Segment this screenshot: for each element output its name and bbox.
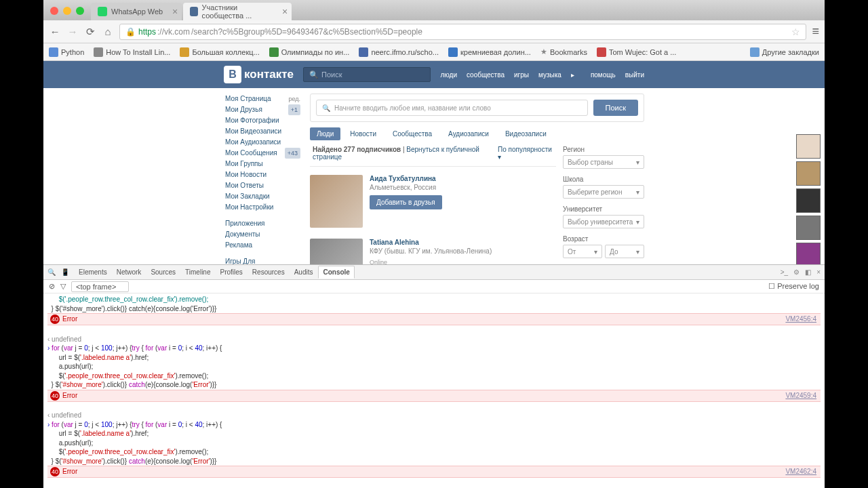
filter-label: Возраст xyxy=(563,235,644,243)
device-icon[interactable]: 📱 xyxy=(61,268,69,276)
filter-label: Регион xyxy=(563,146,644,153)
filter-label: Школа xyxy=(563,176,644,183)
sidebar-item-groups[interactable]: Мои Группы xyxy=(224,159,302,169)
search-input[interactable]: 🔍 Начните вводить любое имя, название ил… xyxy=(316,100,588,116)
console-output[interactable]: $('.people_row.three_col_row.clear_fix')… xyxy=(43,293,825,488)
avatar[interactable] xyxy=(310,175,363,228)
close-icon[interactable]: × xyxy=(816,268,821,276)
bookmark[interactable]: neerc.ifmo.ru/scho... xyxy=(359,47,439,57)
person-name[interactable]: Аида Тухбатуллина xyxy=(370,175,442,182)
tab-network[interactable]: Network xyxy=(113,266,146,278)
age-to-select[interactable]: До▾ xyxy=(605,245,644,258)
tab-vk[interactable]: Участники сообщества ... × xyxy=(183,3,292,20)
drawer-icon[interactable]: >_ xyxy=(781,268,788,276)
page-icon xyxy=(448,47,458,57)
page-icon xyxy=(359,47,368,57)
sidebar-item-friends[interactable]: Мои Друзья+1 xyxy=(224,104,302,115)
search-button[interactable]: Поиск xyxy=(593,100,638,116)
close-icon[interactable] xyxy=(50,7,58,15)
sidebar-item-bookmarks[interactable]: Мои Закладки xyxy=(224,191,302,202)
thumb[interactable] xyxy=(796,243,821,267)
university-select[interactable]: Выбор университета▾ xyxy=(563,215,644,228)
sidebar-item-answers[interactable]: Мои Ответы xyxy=(224,180,302,191)
sidebar-item-videos[interactable]: Мои Видеозаписи xyxy=(224,126,302,137)
clear-icon[interactable]: ⊘ xyxy=(49,282,55,291)
person-name[interactable]: Tatiana Alehina xyxy=(370,239,492,246)
sidebar-item-mypage[interactable]: Моя Страницаред. xyxy=(224,94,302,104)
bookmark[interactable]: Олимпиады по ин... xyxy=(269,47,350,57)
gear-icon[interactable]: ⚙ xyxy=(793,268,800,276)
region-select[interactable]: Выбор страны▾ xyxy=(563,155,644,169)
tab-elements[interactable]: Elements xyxy=(75,266,111,278)
add-friend-button[interactable]: Добавить в друзья xyxy=(370,195,442,209)
tab-people[interactable]: Люди xyxy=(310,127,340,140)
page-icon xyxy=(597,47,606,57)
lock-icon: 🔒 xyxy=(125,27,136,37)
nav-help[interactable]: помощь xyxy=(591,71,616,79)
menu-icon[interactable]: ≡ xyxy=(812,24,819,39)
forward-icon[interactable]: → xyxy=(66,26,79,38)
nav-music[interactable]: музыка xyxy=(538,71,561,79)
tab-sources[interactable]: Sources xyxy=(146,266,180,278)
bookmark[interactable]: Tom Wujec: Got a ... xyxy=(597,47,676,57)
back-icon[interactable]: ← xyxy=(49,26,61,38)
tab-timeline[interactable]: Timeline xyxy=(181,266,214,278)
tab-whatsapp[interactable]: WhatsApp Web × xyxy=(91,3,182,20)
home-icon[interactable]: ⌂ xyxy=(102,26,114,38)
bookmark[interactable]: How To Install Lin... xyxy=(94,47,170,57)
tab-audits[interactable]: Audits xyxy=(290,266,317,278)
close-icon[interactable]: × xyxy=(282,6,288,17)
tab-audio[interactable]: Аудиозаписи xyxy=(441,127,496,140)
url-bar[interactable]: 🔒 https ://vk.com /search?c%5Bgroup%5D=9… xyxy=(119,24,806,40)
vk-header-search[interactable]: 🔍 Поиск xyxy=(303,67,431,82)
star-icon[interactable]: ☆ xyxy=(791,26,800,37)
person-row: Аида Тухбатуллина Альметьевск, Россия До… xyxy=(310,172,556,236)
sidebar-item-apps[interactable]: Приложения xyxy=(224,218,302,229)
vk-logo[interactable]: В контакте xyxy=(224,66,294,83)
search-icon: 🔍 xyxy=(322,104,330,112)
sidebar-item-audio[interactable]: Мои Аудиозаписи xyxy=(224,137,302,148)
sidebar-item-settings[interactable]: Мои Настройки xyxy=(224,202,302,213)
bookmark[interactable]: Большая коллекц... xyxy=(180,47,259,57)
tab-resources[interactable]: Resources xyxy=(248,266,289,278)
nav-games[interactable]: игры xyxy=(514,71,529,79)
bookmark[interactable]: ★Bookmarks xyxy=(540,47,587,56)
school-select[interactable]: Выберите регион▾ xyxy=(563,185,644,199)
sort-dropdown[interactable]: По популярности ▾ xyxy=(498,146,553,161)
window-controls[interactable] xyxy=(50,7,84,15)
maximize-icon[interactable] xyxy=(76,7,84,15)
age-from-select[interactable]: От▾ xyxy=(563,245,602,258)
minimize-icon[interactable] xyxy=(63,7,71,15)
thumb[interactable] xyxy=(796,188,821,213)
thumb[interactable] xyxy=(796,161,821,186)
sidebar-item-docs[interactable]: Документы xyxy=(224,229,302,240)
tab-bar: WhatsApp Web × Участники сообщества ... … xyxy=(43,0,825,20)
thumb[interactable] xyxy=(796,134,821,159)
tab-video[interactable]: Видеозаписи xyxy=(498,127,553,140)
sidebar-item-ads[interactable]: Реклама xyxy=(224,240,302,251)
results-count: Найдено 277 подписчиков xyxy=(313,146,401,153)
nav-logout[interactable]: выйти xyxy=(625,71,644,79)
tab-profiles[interactable]: Profiles xyxy=(216,266,246,278)
thumb[interactable] xyxy=(796,216,821,240)
bookmark[interactable]: Python xyxy=(49,47,84,57)
sidebar-item-messages[interactable]: Мои Сообщения+43 xyxy=(224,148,302,159)
nav-people[interactable]: люди xyxy=(440,71,457,79)
frame-select[interactable]: <top frame> xyxy=(71,281,129,292)
preserve-log-checkbox[interactable]: ☐ Preserve log xyxy=(768,282,819,291)
tab-console[interactable]: Console xyxy=(318,266,354,279)
sidebar-item-photos[interactable]: Мои Фотографии xyxy=(224,115,302,126)
tab-news[interactable]: Новости xyxy=(343,127,383,140)
nav-communities[interactable]: сообщества xyxy=(467,71,505,79)
other-bookmarks[interactable]: Другие закладки xyxy=(750,47,819,57)
bookmark[interactable]: кремниевая долин... xyxy=(448,47,531,57)
reload-icon[interactable]: ⟳ xyxy=(84,26,96,38)
bookmarks-bar: Python How To Install Lin... Большая кол… xyxy=(43,43,825,61)
dock-icon[interactable]: ◧ xyxy=(805,268,811,276)
filter-icon[interactable]: ▽ xyxy=(60,282,66,291)
search-icon[interactable]: 🔍 xyxy=(47,268,56,276)
nav-more-icon[interactable]: ▸ xyxy=(571,71,574,79)
sidebar-item-news[interactable]: Мои Новости xyxy=(224,169,302,180)
tab-communities[interactable]: Сообщества xyxy=(386,127,439,140)
close-icon[interactable]: × xyxy=(172,6,178,17)
